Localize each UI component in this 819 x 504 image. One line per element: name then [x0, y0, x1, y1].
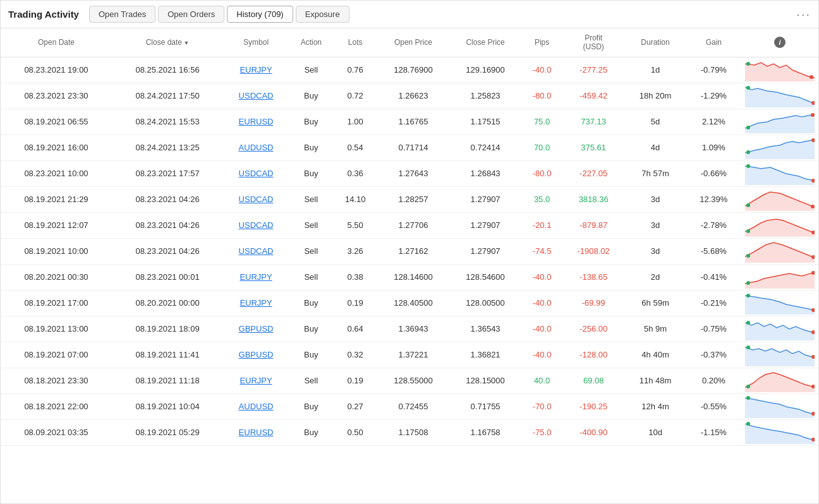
col-profit[interactable]: Profit(USD): [562, 28, 624, 57]
cell-close-date: 08.23.2021 04:26: [112, 212, 223, 238]
col-close-price[interactable]: Close Price: [449, 28, 521, 57]
col-open-date[interactable]: Open Date: [1, 28, 112, 57]
cell-open-date: 08.19.2021 06:55: [1, 109, 112, 135]
cell-action: Buy: [289, 83, 334, 109]
col-pips[interactable]: Pips: [521, 28, 562, 57]
cell-action: Buy: [289, 160, 334, 186]
tab-history[interactable]: History (709): [227, 6, 293, 23]
cell-symbol[interactable]: AUDUSD: [223, 393, 289, 419]
cell-sparkline: [741, 109, 818, 135]
cell-pips: -40.0: [521, 57, 562, 83]
table-row: 08.19.2021 07:00 08.19.2021 11:41 GBPUSD…: [1, 342, 818, 368]
cell-symbol[interactable]: GBPUSD: [223, 316, 289, 342]
cell-sparkline: [741, 57, 818, 83]
col-gain[interactable]: Gain: [686, 28, 741, 57]
cell-open-price: 1.26623: [377, 83, 449, 109]
cell-action: Buy: [289, 290, 334, 316]
cell-symbol[interactable]: EURUSD: [223, 109, 289, 135]
cell-close-date: 08.23.2021 00:01: [112, 264, 223, 290]
cell-pips: -74.5: [521, 238, 562, 264]
col-duration[interactable]: Duration: [624, 28, 686, 57]
cell-open-date: 08.19.2021 07:00: [1, 342, 112, 368]
page-title: Trading Activity: [8, 9, 79, 20]
table-row: 08.20.2021 00:30 08.23.2021 00:01 EURJPY…: [1, 264, 818, 290]
cell-symbol[interactable]: GBPUSD: [223, 342, 289, 368]
cell-close-date: 08.23.2021 04:26: [112, 186, 223, 212]
cell-close-date: 08.19.2021 18:09: [112, 316, 223, 342]
cell-symbol[interactable]: USDCAD: [223, 83, 289, 109]
col-open-price[interactable]: Open Price: [377, 28, 449, 57]
cell-symbol[interactable]: USDCAD: [223, 186, 289, 212]
svg-point-18: [746, 294, 750, 297]
cell-open-date: 08.18.2021 23:30: [1, 368, 112, 393]
cell-symbol[interactable]: EURJPY: [223, 368, 289, 393]
cell-gain: -0.21%: [686, 290, 741, 316]
col-lots[interactable]: Lots: [334, 28, 377, 57]
cell-symbol[interactable]: AUDUSD: [223, 135, 289, 160]
cell-close-price: 1.36821: [449, 342, 521, 368]
cell-sparkline: [741, 264, 818, 290]
cell-pips: -70.0: [521, 393, 562, 419]
cell-close-price: 1.36543: [449, 316, 521, 342]
cell-sparkline: [741, 290, 818, 316]
col-symbol[interactable]: Symbol: [223, 28, 289, 57]
cell-duration: 4h 40m: [624, 342, 686, 368]
cell-close-price: 1.26843: [449, 160, 521, 186]
cell-symbol[interactable]: USDCAD: [223, 212, 289, 238]
cell-gain: -0.37%: [686, 342, 741, 368]
svg-point-20: [746, 321, 750, 325]
cell-profit: -138.65: [562, 264, 624, 290]
more-options-button[interactable]: ···: [796, 7, 811, 21]
tab-open-trades[interactable]: Open Trades: [89, 6, 155, 23]
svg-point-22: [746, 345, 750, 349]
cell-symbol[interactable]: EURJPY: [223, 264, 289, 290]
cell-action: Sell: [289, 368, 334, 393]
cell-lots: 0.50: [334, 419, 377, 445]
cell-lots: 0.76: [334, 57, 377, 83]
cell-profit: 69.08: [562, 368, 624, 393]
cell-duration: 3d: [624, 186, 686, 212]
cell-open-price: 1.27706: [377, 212, 449, 238]
svg-point-1: [810, 75, 813, 79]
cell-close-price: 1.27907: [449, 212, 521, 238]
tab-bar: Open Trades Open Orders History (709) Ex…: [89, 6, 349, 23]
svg-point-28: [746, 422, 750, 426]
cell-open-price: 1.16765: [377, 109, 449, 135]
cell-symbol[interactable]: USDCAD: [223, 160, 289, 186]
cell-lots: 0.64: [334, 316, 377, 342]
cell-lots: 0.54: [334, 135, 377, 160]
cell-symbol[interactable]: USDCAD: [223, 238, 289, 264]
cell-lots: 0.19: [334, 290, 377, 316]
table-row: 08.19.2021 16:00 08.24.2021 13:25 AUDUSD…: [1, 135, 818, 160]
cell-symbol[interactable]: EURUSD: [223, 419, 289, 445]
cell-symbol[interactable]: EURJPY: [223, 290, 289, 316]
cell-open-date: 08.19.2021 13:00: [1, 316, 112, 342]
app-container: Trading Activity Open Trades Open Orders…: [0, 0, 819, 504]
cell-gain: -2.78%: [686, 212, 741, 238]
cell-close-date: 08.25.2021 16:56: [112, 57, 223, 83]
cell-symbol[interactable]: EURJPY: [223, 57, 289, 83]
cell-profit: -277.25: [562, 57, 624, 83]
info-icon[interactable]: i: [774, 37, 786, 48]
cell-profit: -128.00: [562, 342, 624, 368]
cell-action: Buy: [289, 316, 334, 342]
col-action[interactable]: Action: [289, 28, 334, 57]
cell-open-date: 08.19.2021 21:29: [1, 186, 112, 212]
cell-duration: 18h 20m: [624, 83, 686, 109]
cell-close-date: 08.24.2021 15:53: [112, 109, 223, 135]
svg-point-24: [746, 385, 750, 388]
cell-profit: 737.13: [562, 109, 624, 135]
cell-gain: -0.79%: [686, 57, 741, 83]
cell-close-price: 0.71755: [449, 393, 521, 419]
tab-exposure[interactable]: Exposure: [296, 6, 349, 23]
cell-action: Buy: [289, 342, 334, 368]
tab-open-orders[interactable]: Open Orders: [158, 6, 224, 23]
cell-gain: 12.39%: [686, 186, 741, 212]
cell-lots: 0.19: [334, 368, 377, 393]
cell-pips: 75.0: [521, 109, 562, 135]
cell-duration: 5d: [624, 109, 686, 135]
col-close-date[interactable]: Close date: [112, 28, 223, 57]
cell-action: Sell: [289, 212, 334, 238]
cell-duration: 1d: [624, 57, 686, 83]
cell-pips: -40.0: [521, 316, 562, 342]
